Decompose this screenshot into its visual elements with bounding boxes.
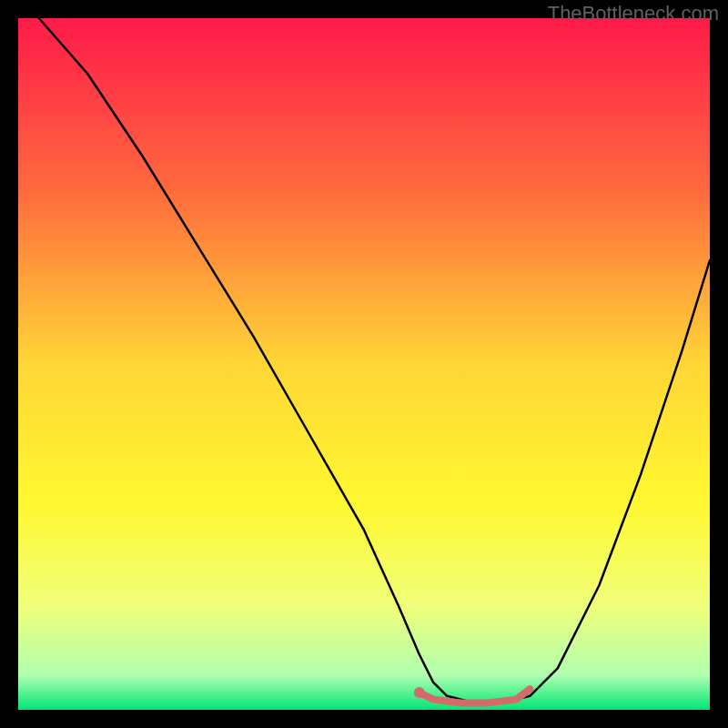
optimal-point <box>414 687 425 698</box>
watermark-text: TheBottleneck.com <box>548 2 719 25</box>
marker-group <box>414 687 425 698</box>
bottleneck-chart <box>18 18 710 710</box>
chart-container <box>18 18 710 710</box>
gradient-background <box>18 18 710 710</box>
